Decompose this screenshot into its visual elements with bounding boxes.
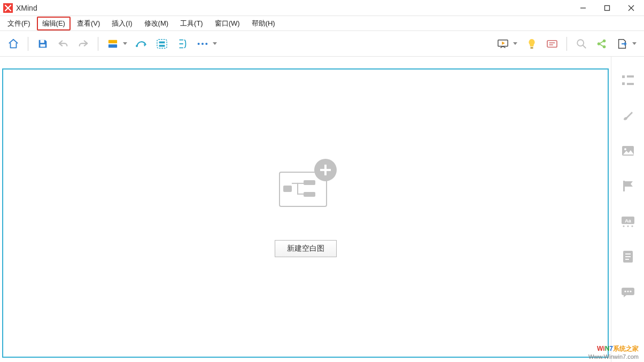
chevron-down-icon xyxy=(213,42,217,45)
zoom-button[interactable] xyxy=(572,35,591,53)
svg-rect-4 xyxy=(108,40,117,43)
plus-icon xyxy=(314,158,337,181)
menu-view[interactable]: 查看(V) xyxy=(72,17,105,30)
canvas[interactable]: 新建空白图 xyxy=(2,68,609,358)
menu-edit[interactable]: 编辑(E) xyxy=(37,17,71,30)
brush-icon[interactable] xyxy=(616,102,640,129)
svg-point-42 xyxy=(627,290,629,292)
svg-point-11 xyxy=(201,42,204,44)
menubar: 文件(F)编辑(E)查看(V)插入(I)修改(M)工具(T)窗口(W)帮助(H) xyxy=(0,16,644,31)
app-logo-icon xyxy=(3,3,13,13)
export-button[interactable] xyxy=(613,35,640,53)
menu-tools[interactable]: 工具(T) xyxy=(175,17,208,30)
svg-rect-28 xyxy=(627,83,634,85)
svg-point-34 xyxy=(623,225,624,227)
chevron-down-icon xyxy=(513,42,517,45)
svg-point-41 xyxy=(624,290,626,292)
svg-point-30 xyxy=(624,148,626,150)
outline-icon[interactable] xyxy=(616,66,640,94)
app-title: XMind xyxy=(16,4,37,12)
separator xyxy=(98,37,98,51)
svg-point-12 xyxy=(205,42,207,44)
svg-rect-7 xyxy=(157,39,167,48)
svg-rect-25 xyxy=(622,75,625,78)
new-blank-map-button[interactable]: 新建空白图 xyxy=(275,240,337,257)
home-button[interactable] xyxy=(4,35,22,53)
menu-help[interactable]: 帮助(H) xyxy=(246,17,281,30)
share-button[interactable] xyxy=(593,35,611,53)
svg-point-10 xyxy=(198,42,200,44)
separator xyxy=(28,37,28,51)
svg-point-6 xyxy=(136,45,138,47)
svg-rect-5 xyxy=(108,44,117,47)
svg-point-20 xyxy=(598,42,601,45)
text-style-icon[interactable]: Aa xyxy=(616,207,640,235)
svg-rect-27 xyxy=(627,75,634,78)
redo-button[interactable] xyxy=(74,35,92,53)
notes-icon[interactable] xyxy=(616,243,640,271)
svg-rect-8 xyxy=(159,41,165,43)
chevron-down-icon xyxy=(123,42,127,45)
svg-rect-15 xyxy=(547,40,557,47)
main-area: 新建空白图 Aa xyxy=(0,57,644,362)
relationship-button[interactable] xyxy=(133,35,151,53)
svg-line-24 xyxy=(600,44,603,46)
boundary-button[interactable] xyxy=(153,35,171,53)
minimize-button[interactable] xyxy=(571,0,595,16)
menu-window[interactable]: 窗口(W) xyxy=(210,17,245,30)
image-icon[interactable] xyxy=(616,137,640,165)
svg-rect-31 xyxy=(623,181,625,191)
comments-icon[interactable] xyxy=(616,278,640,306)
task-button[interactable] xyxy=(543,35,561,53)
svg-rect-26 xyxy=(622,82,625,85)
chevron-down-icon xyxy=(632,42,637,45)
idea-button[interactable] xyxy=(523,35,541,53)
presentation-button[interactable] xyxy=(494,35,521,53)
svg-point-43 xyxy=(630,290,631,292)
svg-point-21 xyxy=(603,39,606,42)
maximize-button[interactable] xyxy=(595,0,619,16)
flag-icon[interactable] xyxy=(616,172,640,200)
summary-button[interactable] xyxy=(173,35,191,53)
right-sidebar: Aa xyxy=(611,57,644,362)
menu-modify[interactable]: 修改(M) xyxy=(139,17,174,30)
svg-point-22 xyxy=(603,45,606,48)
save-button[interactable] xyxy=(34,35,52,53)
new-mindmap-icon xyxy=(274,159,338,213)
svg-rect-2 xyxy=(40,40,44,43)
titlebar: XMind xyxy=(0,0,644,16)
svg-rect-14 xyxy=(531,47,533,49)
svg-point-35 xyxy=(627,225,629,227)
toolbar xyxy=(0,31,644,57)
svg-rect-1 xyxy=(604,5,609,10)
canvas-wrap: 新建空白图 xyxy=(0,57,611,362)
svg-line-23 xyxy=(600,41,603,43)
topic-button[interactable] xyxy=(104,35,130,53)
svg-rect-3 xyxy=(40,44,45,47)
svg-rect-9 xyxy=(159,44,165,47)
close-button[interactable] xyxy=(619,0,643,16)
menu-insert[interactable]: 插入(I) xyxy=(106,17,137,30)
more-button[interactable] xyxy=(193,35,220,53)
svg-point-18 xyxy=(577,40,584,46)
svg-point-36 xyxy=(631,225,633,227)
undo-button[interactable] xyxy=(54,35,72,53)
separator xyxy=(567,37,567,51)
svg-line-19 xyxy=(583,45,586,48)
menu-file[interactable]: 文件(F) xyxy=(2,17,36,30)
empty-state: 新建空白图 xyxy=(274,159,338,257)
svg-text:Aa: Aa xyxy=(625,218,631,224)
